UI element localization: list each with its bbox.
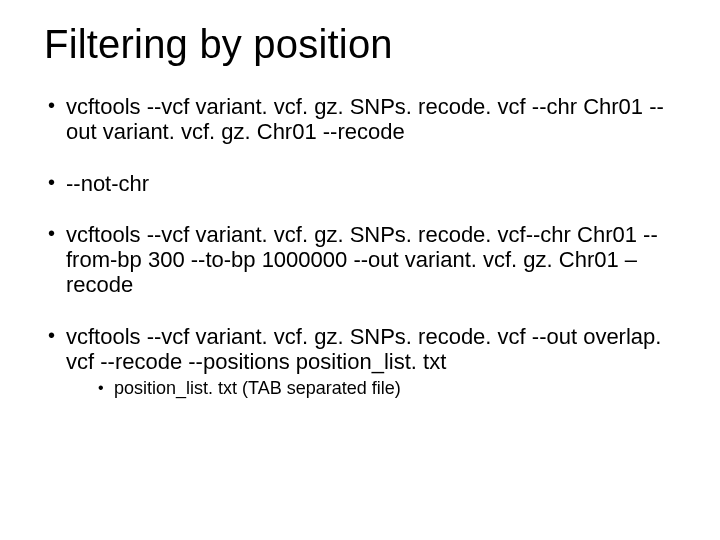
sub-list: position_list. txt (TAB separated file): [96, 378, 676, 400]
bullet-text: vcftools --vcf variant. vcf. gz. SNPs. r…: [66, 324, 661, 374]
bullet-list: vcftools --vcf variant. vcf. gz. SNPs. r…: [44, 94, 676, 400]
list-item: --not-chr: [44, 171, 676, 196]
slide: Filtering by position vcftools --vcf var…: [0, 0, 720, 540]
list-item: vcftools --vcf variant. vcf. gz. SNPs. r…: [44, 324, 676, 400]
sub-bullet-text: position_list. txt (TAB separated file): [114, 378, 401, 398]
slide-title: Filtering by position: [44, 22, 676, 66]
bullet-text: vcftools --vcf variant. vcf. gz. SNPs. r…: [66, 94, 664, 144]
list-item: vcftools --vcf variant. vcf. gz. SNPs. r…: [44, 222, 676, 298]
list-item: vcftools --vcf variant. vcf. gz. SNPs. r…: [44, 94, 676, 145]
sub-list-item: position_list. txt (TAB separated file): [96, 378, 676, 400]
bullet-text: --not-chr: [66, 171, 149, 196]
bullet-text: vcftools --vcf variant. vcf. gz. SNPs. r…: [66, 222, 658, 298]
